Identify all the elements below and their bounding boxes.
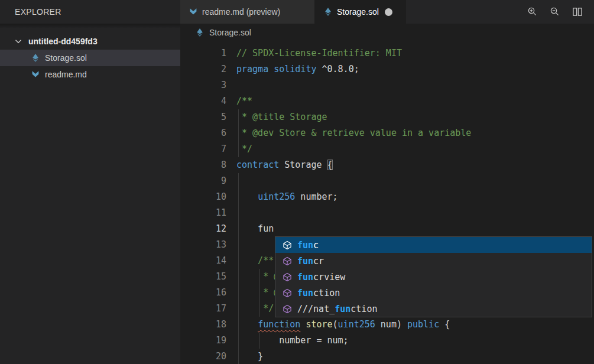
- breadcrumb-label: Storage.sol: [209, 28, 251, 37]
- indent-guide: [238, 349, 239, 364]
- cube-icon: [283, 304, 292, 314]
- code-line-3: 3: [180, 77, 594, 93]
- split-editor-icon[interactable]: [572, 6, 583, 17]
- line-number: 15: [180, 269, 236, 285]
- zoom-out-icon[interactable]: [550, 6, 560, 17]
- suggest-item-func[interactable]: func: [275, 237, 592, 253]
- suggest-item-funcr[interactable]: funcr: [275, 253, 592, 269]
- line-text: /**: [236, 93, 252, 109]
- line-number: 2: [180, 61, 236, 77]
- indent-guide: [238, 301, 239, 317]
- markdown-icon: [189, 7, 198, 17]
- code-line-19: 19 number = num;: [180, 333, 594, 349]
- tab-bar: readme.md (preview)Storage.sol: [180, 0, 594, 24]
- suggest-label: funcr: [297, 256, 324, 266]
- line-number: 3: [180, 77, 236, 93]
- indent-guide: [238, 125, 239, 141]
- line-number: 5: [180, 109, 236, 125]
- section-divider: [0, 24, 180, 28]
- indent-guide: [238, 269, 239, 285]
- file-row-readme.md[interactable]: readme.md: [0, 66, 180, 83]
- code-line-6: 6 * @dev Store & retrieve value in a var…: [180, 125, 594, 141]
- solidity-icon: [31, 53, 40, 63]
- suggest-label: func: [297, 240, 319, 251]
- line-text: * @dev Store & retrieve value in a varia…: [236, 125, 471, 141]
- line-text: * @title Storage: [236, 109, 327, 125]
- code-line-11: 11: [180, 205, 594, 221]
- tab-label: readme.md (preview): [202, 7, 280, 17]
- line-text: number = num;: [236, 333, 349, 349]
- suggest-widget: funcfuncrfuncrviewfunction///nat_functio…: [275, 236, 592, 317]
- indent-guide: [238, 317, 239, 333]
- line-text: /**: [236, 253, 274, 269]
- folder-name: untitled-dd459fd3: [28, 37, 98, 46]
- line-text: pragma solidity ^0.8.0;: [236, 61, 359, 77]
- line-number: 1: [180, 46, 236, 61]
- file-row-Storage.sol[interactable]: Storage.sol: [0, 50, 180, 66]
- folder-row-untitled-dd459fd3[interactable]: untitled-dd459fd3: [0, 33, 180, 50]
- chevron-down-icon: [14, 37, 23, 46]
- explorer-sidebar: EXPLORER untitled-dd459fd3Storage.solrea…: [0, 0, 180, 364]
- line-number: 4: [180, 93, 236, 109]
- cube-icon: [283, 288, 292, 298]
- indent-guide: [238, 141, 239, 157]
- code-line-5: 5 * @title Storage: [180, 109, 594, 125]
- line-number: 7: [180, 141, 236, 157]
- file-name: readme.md: [45, 70, 87, 79]
- indent-guide: [238, 173, 239, 189]
- code-line-7: 7 */: [180, 141, 594, 157]
- indent-guide: [259, 301, 260, 317]
- code-line-20: 20 }: [180, 349, 594, 364]
- cube-icon: [283, 240, 292, 250]
- indent-guide: [238, 237, 239, 253]
- line-number: 16: [180, 285, 236, 301]
- code-line-9: 9: [180, 173, 594, 189]
- line-text: }: [236, 349, 263, 364]
- line-number: 17: [180, 301, 236, 317]
- indent-guide: [259, 285, 260, 301]
- tab-storage.sol[interactable]: Storage.sol: [315, 0, 406, 24]
- suggest-label: ///nat_function: [297, 304, 377, 314]
- line-number: 6: [180, 125, 236, 141]
- code-line-1: 1// SPDX-License-Identifier: MIT: [180, 46, 594, 61]
- tab-readme.md-preview-[interactable]: readme.md (preview): [180, 0, 315, 24]
- line-text: function store(uint256 num) public {: [236, 317, 450, 333]
- markdown-icon: [31, 70, 40, 79]
- explorer-title: EXPLORER: [15, 7, 61, 17]
- line-text: */: [236, 301, 274, 317]
- code-line-4: 4/**: [180, 93, 594, 109]
- line-number: 12: [180, 221, 236, 237]
- indent-guide: [238, 253, 239, 269]
- code-editor[interactable]: 1// SPDX-License-Identifier: MIT2pragma …: [180, 41, 594, 364]
- cube-icon: [283, 256, 292, 266]
- file-name: Storage.sol: [45, 53, 87, 63]
- breadcrumb[interactable]: Storage.sol: [180, 24, 594, 41]
- tab-label: Storage.sol: [337, 7, 379, 17]
- line-number: 10: [180, 189, 236, 205]
- suggest-item-function[interactable]: function: [275, 285, 592, 301]
- line-text: contract Storage {: [236, 157, 333, 173]
- suggest-item--nat_function[interactable]: ///nat_function: [275, 301, 592, 317]
- suggest-item-funcrview[interactable]: funcrview: [275, 269, 592, 285]
- suggest-label: funcrview: [297, 272, 345, 282]
- line-text: uint256 number;: [236, 189, 338, 205]
- indent-guide: [238, 285, 239, 301]
- indent-guide: [238, 205, 239, 221]
- line-number: 19: [180, 333, 236, 349]
- editor-group: readme.md (preview)Storage.sol Storage.s…: [180, 0, 594, 364]
- code-line-10: 10 uint256 number;: [180, 189, 594, 205]
- file-tree: untitled-dd459fd3Storage.solreadme.md: [0, 28, 180, 83]
- line-number: 9: [180, 173, 236, 189]
- code-line-8: 8contract Storage {: [180, 157, 594, 173]
- indent-guide: [238, 221, 239, 237]
- line-number: 13: [180, 237, 236, 253]
- code-line-18: 18 function store(uint256 num) public {: [180, 317, 594, 333]
- zoom-in-icon[interactable]: [527, 6, 538, 17]
- line-number: 20: [180, 349, 236, 364]
- unsaved-dot[interactable]: [385, 8, 392, 16]
- indent-guide: [259, 333, 260, 349]
- indent-guide: [238, 109, 239, 125]
- line-number: 18: [180, 317, 236, 333]
- line-number: 11: [180, 205, 236, 221]
- solidity-icon: [195, 28, 205, 37]
